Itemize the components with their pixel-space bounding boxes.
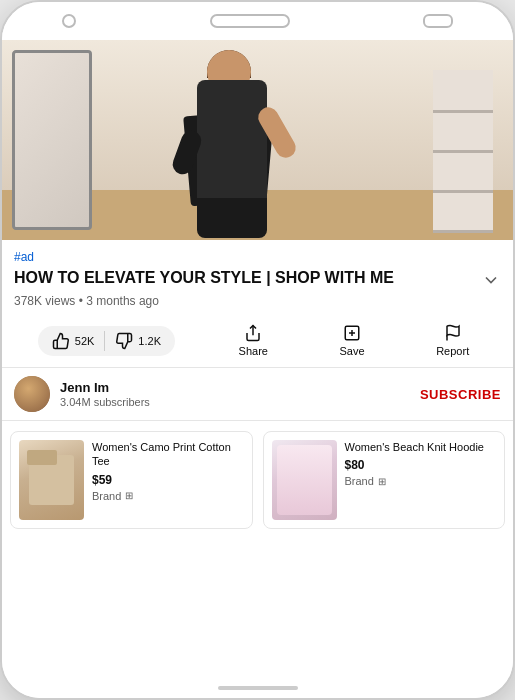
products-section: Women's Camo Print Cotton Tee $59 Brand …: [2, 421, 513, 539]
product-details-1: Women's Camo Print Cotton Tee $59 Brand …: [92, 440, 244, 520]
share-icon: [244, 324, 262, 342]
product-details-2: Women's Beach Knit Hoodie $80 Brand ⊞: [345, 440, 497, 520]
person-legs: [197, 198, 267, 238]
thumbs-down-icon: [115, 332, 133, 350]
thumbs-up-icon: [52, 332, 70, 350]
save-icon: [343, 324, 361, 342]
product-card-2[interactable]: Women's Beach Knit Hoodie $80 Brand ⊞: [263, 431, 506, 529]
phone-frame: #ad HOW TO ELEVATE YOUR STYLE | SHOP WIT…: [0, 0, 515, 700]
phone-speaker: [210, 14, 290, 28]
like-count: 52K: [75, 335, 95, 347]
video-meta: 378K views • 3 months ago: [14, 294, 501, 308]
content-area: #ad HOW TO ELEVATE YOUR STYLE | SHOP WIT…: [2, 240, 513, 678]
report-label: Report: [436, 345, 469, 357]
product-name-1: Women's Camo Print Cotton Tee: [92, 440, 244, 469]
product-thumbnail-2: [272, 440, 337, 520]
product-brand-2: Brand: [345, 475, 374, 487]
product-brand-row-2: Brand ⊞: [345, 475, 497, 487]
subscribe-button[interactable]: SUBSCRIBE: [420, 383, 501, 406]
video-title-row: HOW TO ELEVATE YOUR STYLE | SHOP WITH ME: [14, 268, 501, 290]
channel-info: Jenn Im 3.04M subscribers: [60, 380, 420, 408]
products-grid: Women's Camo Print Cotton Tee $59 Brand …: [10, 431, 505, 529]
person-body: [197, 80, 267, 210]
share-button[interactable]: Share: [231, 320, 276, 361]
product-brand-row-1: Brand ⊞: [92, 490, 244, 502]
video-thumbnail[interactable]: [2, 40, 513, 240]
phone-home-button: [62, 14, 76, 28]
phone-camera: [423, 14, 453, 28]
report-button[interactable]: Report: [428, 320, 477, 361]
avatar-image: [14, 376, 50, 412]
external-link-icon-2: ⊞: [378, 476, 386, 487]
product-name-2: Women's Beach Knit Hoodie: [345, 440, 497, 454]
mirror-decoration: [12, 50, 92, 230]
shelf-decoration: [433, 70, 493, 230]
video-background: [2, 40, 513, 240]
channel-row: Jenn Im 3.04M subscribers SUBSCRIBE: [2, 367, 513, 421]
video-info: #ad HOW TO ELEVATE YOUR STYLE | SHOP WIT…: [2, 240, 513, 314]
phone-bottom-bar: [2, 678, 513, 698]
report-icon: [444, 324, 462, 342]
dislike-count: 1.2K: [138, 335, 161, 347]
home-indicator: [218, 686, 298, 690]
external-link-icon-1: ⊞: [125, 490, 133, 501]
save-button[interactable]: Save: [332, 320, 373, 361]
channel-name[interactable]: Jenn Im: [60, 380, 420, 395]
channel-subscribers: 3.04M subscribers: [60, 396, 420, 408]
save-label: Save: [340, 345, 365, 357]
product-thumbnail-1: [19, 440, 84, 520]
phone-top-bar: [2, 2, 513, 40]
product-brand-1: Brand: [92, 490, 121, 502]
dislike-button[interactable]: 1.2K: [105, 326, 171, 356]
like-dislike-group: 52K 1.2K: [38, 326, 175, 356]
channel-avatar[interactable]: [14, 376, 50, 412]
product-price-2: $80: [345, 458, 497, 472]
ad-label: #ad: [14, 250, 501, 264]
like-button[interactable]: 52K: [42, 326, 105, 356]
product-price-1: $59: [92, 473, 244, 487]
product-image-1: [19, 440, 84, 520]
chevron-down-icon[interactable]: [481, 270, 501, 290]
product-image-2: [272, 440, 337, 520]
video-title: HOW TO ELEVATE YOUR STYLE | SHOP WITH ME: [14, 268, 473, 289]
action-bar: 52K 1.2K Share: [2, 314, 513, 367]
person-figure: [167, 50, 297, 235]
product-card-1[interactable]: Women's Camo Print Cotton Tee $59 Brand …: [10, 431, 253, 529]
share-label: Share: [239, 345, 268, 357]
